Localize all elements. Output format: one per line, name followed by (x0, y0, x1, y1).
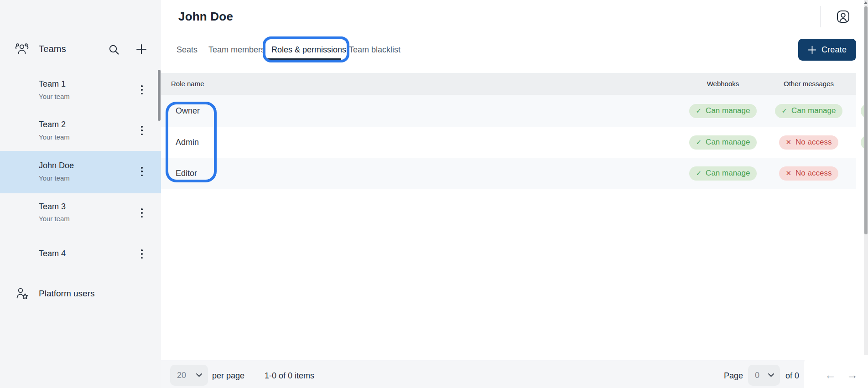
role-name-cell: Owner (176, 95, 200, 127)
page-scrollbar-thumb[interactable] (864, 6, 868, 234)
other-messages-cell: ✕No access (766, 127, 852, 158)
per-page-label: per page (212, 371, 244, 381)
scrollbar-up-arrow-icon[interactable] (864, 1, 868, 4)
team-subtitle: Your team (39, 215, 70, 222)
add-team-icon[interactable] (135, 43, 147, 55)
tab-team-members[interactable]: Team members (208, 45, 265, 55)
other-messages-cell: ✕No access (766, 158, 852, 189)
status-badge-no-access: ✕No access (779, 166, 839, 181)
next-page-arrow-icon[interactable]: → (847, 368, 858, 381)
team-menu-kebab-icon[interactable] (138, 249, 146, 259)
page-total-label: of 0 (785, 371, 799, 381)
table-row-editor: Editor ✓Can manage ✕No access ✕No access… (161, 158, 856, 189)
role-name-cell: Admin (176, 127, 199, 158)
team-menu-kebab-icon[interactable] (138, 85, 146, 94)
team-menu-kebab-icon[interactable] (138, 167, 146, 176)
active-tab-underline (266, 58, 341, 60)
team-menu-kebab-icon[interactable] (138, 208, 146, 217)
page-size-value: 20 (177, 371, 186, 380)
page-scrollbar-track[interactable] (864, 0, 868, 388)
chevron-down-icon (768, 373, 774, 377)
table-row-owner: Owner ✓Can manage ✓Can manage ✓Can manag… (161, 95, 856, 127)
search-icon[interactable] (108, 44, 120, 56)
page-label: Page (724, 371, 743, 381)
team-subtitle: Your team (39, 133, 70, 141)
team-subtitle: Your team (39, 93, 70, 100)
team-name[interactable]: John Doe (39, 161, 74, 171)
team-subtitle: Your team (39, 174, 70, 182)
platform-users-icon (16, 287, 29, 300)
sidebar-item-platform-users[interactable]: Platform users (39, 289, 94, 299)
x-icon: ✕ (786, 169, 792, 177)
status-badge-can-manage: ✓Can manage (689, 166, 757, 181)
team-name[interactable]: Team 4 (39, 249, 66, 259)
previous-page-arrow-icon[interactable]: ← (825, 368, 836, 381)
page-number-value: 0 (755, 371, 759, 380)
sidebar: Teams Team 1 Your team Team 2 Your team … (0, 0, 161, 388)
page-size-select[interactable]: 20 (170, 365, 208, 386)
role-name-cell: Editor (176, 158, 197, 189)
page-title: John Doe (178, 10, 233, 24)
header-divider (820, 6, 821, 27)
team-name[interactable]: Team 3 (39, 202, 66, 212)
status-badge-can-manage: ✓Can manage (689, 135, 757, 150)
sidebar-title: Teams (39, 44, 66, 54)
webhooks-cell: ✓Can manage (680, 95, 766, 127)
account-avatar-icon[interactable] (837, 10, 850, 23)
check-icon: ✓ (696, 107, 702, 115)
x-icon: ✕ (786, 138, 792, 146)
items-count-label: 1-0 of 0 items (265, 371, 314, 381)
status-badge-can-manage: ✓Can manage (775, 104, 843, 118)
webhooks-cell: ✓Can manage (680, 127, 766, 158)
check-icon: ✓ (782, 107, 788, 115)
status-badge-no-access: ✕No access (779, 135, 839, 150)
other-messages-cell: ✓Can manage (766, 95, 852, 127)
status-badge-can-manage: ✓Can manage (689, 104, 757, 118)
table-row-admin: Admin ✓Can manage ✕No access ✓Can manage… (161, 127, 856, 158)
team-menu-kebab-icon[interactable] (138, 126, 146, 135)
tab-seats[interactable]: Seats (177, 45, 198, 55)
bottom-right-overlay (804, 355, 868, 388)
check-icon: ✓ (696, 169, 702, 177)
column-header-webhooks: Webhooks (707, 73, 739, 95)
column-header-role-name: Role name (171, 73, 204, 95)
chevron-down-icon (196, 373, 202, 377)
webhooks-cell: ✓Can manage (680, 158, 766, 189)
table-header-row: Role name Webhooks Other messages Global… (161, 73, 856, 95)
selected-team-highlight (0, 151, 161, 193)
create-button-label: Create (821, 45, 847, 55)
column-header-other-messages: Other messages (784, 73, 834, 95)
plus-icon (808, 46, 816, 54)
team-name[interactable]: Team 2 (39, 120, 66, 129)
team-name[interactable]: Team 1 (39, 79, 66, 89)
tab-team-blacklist[interactable]: Team blacklist (349, 45, 400, 55)
check-icon: ✓ (696, 138, 702, 146)
create-button[interactable]: Create (798, 39, 856, 61)
tab-roles-permissions[interactable]: Roles & permissions (271, 45, 346, 55)
teams-group-icon (15, 42, 29, 55)
page-number-select[interactable]: 0 (748, 365, 780, 386)
sidebar-scrollbar-thumb[interactable] (158, 70, 161, 121)
